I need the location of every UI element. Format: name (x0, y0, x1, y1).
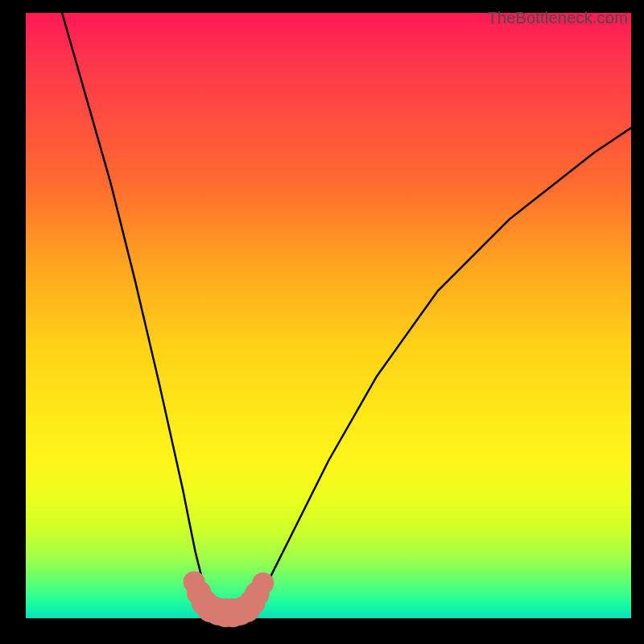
marker-dot (252, 572, 274, 594)
curve-layer (62, 13, 631, 613)
outer-frame: TheBottleneck.com (0, 0, 644, 644)
plot-area: TheBottleneck.com (26, 13, 631, 618)
chart-svg (26, 13, 631, 618)
marker-layer (184, 571, 275, 627)
main-curve (62, 13, 631, 613)
